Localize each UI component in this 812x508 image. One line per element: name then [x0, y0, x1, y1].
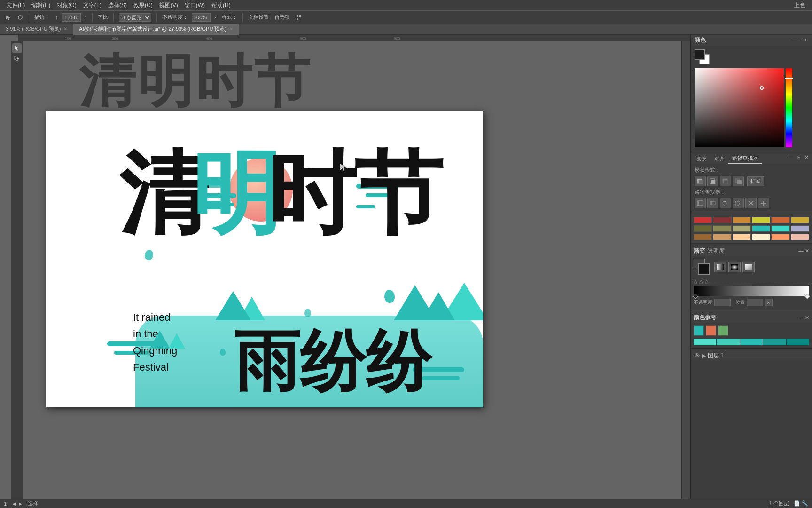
menu-select[interactable]: 选择(S) — [105, 0, 130, 10]
shape-expand-btn[interactable]: 扩展 — [747, 176, 764, 186]
swatch-teal[interactable] — [752, 225, 770, 232]
swatch-2-6[interactable] — [791, 225, 809, 232]
swatch-3-3[interactable] — [733, 234, 751, 240]
pf-panel-min[interactable]: — — [787, 154, 795, 160]
swatch-3-1[interactable] — [694, 234, 712, 240]
swatch-2-2[interactable] — [713, 225, 731, 232]
cr-3[interactable] — [740, 339, 763, 345]
grad-fg-swatch[interactable] — [694, 259, 712, 276]
pf-tab-align[interactable]: 对齐 — [710, 154, 728, 164]
doc-settings-btn[interactable]: 文档设置 — [246, 13, 271, 22]
menu-window[interactable]: 窗口(W) — [182, 0, 208, 10]
pf-btn-3[interactable] — [720, 198, 731, 208]
swatch-3-6[interactable] — [791, 234, 809, 240]
shape-btn-4[interactable] — [733, 176, 744, 186]
grad-type-linear[interactable] — [714, 262, 726, 272]
swatch-3-5[interactable] — [771, 234, 789, 240]
pf-btn-1[interactable] — [695, 198, 706, 208]
status-icons[interactable]: 📄 🔧 — [794, 500, 808, 507]
swatch-darkorange[interactable] — [771, 217, 789, 223]
pf-btn-4[interactable] — [733, 198, 744, 208]
swatch-orange[interactable] — [733, 217, 751, 223]
grad-opacity-input[interactable] — [714, 299, 731, 306]
tool-icon[interactable] — [3, 13, 13, 22]
gradient-panel-min[interactable]: — — [798, 248, 804, 254]
swatch-red[interactable] — [694, 217, 712, 223]
pf-tab-transform[interactable]: 变换 — [693, 154, 710, 164]
brush-tool-icon[interactable] — [15, 13, 25, 22]
grad-type-freeform[interactable] — [742, 262, 755, 272]
grad-location-input[interactable] — [747, 299, 763, 306]
shape-btn-1[interactable] — [695, 176, 706, 186]
menu-object[interactable]: 对象(O) — [54, 0, 79, 10]
swatch-2-1[interactable] — [694, 225, 712, 232]
svg-rect-16 — [711, 180, 715, 184]
tab-preview[interactable]: 3.91% (RGB/GPU 预览) ✕ — [0, 24, 73, 35]
shape-btn-2[interactable] — [707, 176, 718, 186]
tab-preview-close[interactable]: ✕ — [63, 26, 67, 32]
pf-btn-5[interactable] — [745, 198, 757, 208]
color-ref-orange[interactable] — [706, 325, 716, 336]
color-panel-close[interactable]: ✕ — [801, 37, 808, 44]
opacity-input[interactable] — [192, 13, 211, 22]
menu-text[interactable]: 文字(T) — [80, 0, 104, 10]
swatch-darkred[interactable] — [713, 217, 731, 223]
color-ref-min[interactable]: — — [798, 315, 804, 321]
tab-main[interactable]: AI教程-清明时节觉字体版式设计.ai* @ 27.93% (RGB/GPU 预… — [73, 24, 239, 35]
shape-btn-3[interactable] — [720, 176, 731, 186]
preferences-btn[interactable]: 首选项 — [273, 13, 292, 22]
stroke-value-input[interactable] — [62, 13, 81, 22]
swatch-2-3[interactable] — [733, 225, 751, 232]
spectrum-cursor — [760, 86, 764, 90]
color-spectrum[interactable] — [695, 68, 784, 147]
tab-main-close[interactable]: ✕ — [229, 26, 233, 32]
points-label: 3 点圆形 — [117, 12, 153, 23]
pf-btn-2[interactable] — [707, 198, 718, 208]
menu-view[interactable]: 视图(V) — [156, 0, 181, 10]
menu-effects[interactable]: 效果(C) — [131, 0, 156, 10]
color-panel-min[interactable]: — — [791, 37, 799, 44]
cr-4[interactable] — [763, 339, 786, 345]
menu-help[interactable]: 帮助(H) — [209, 0, 234, 10]
points-select[interactable]: 3 点圆形 — [119, 13, 151, 22]
grad-delete-btn[interactable]: ✕ — [765, 299, 773, 306]
layers-eye-icon[interactable]: 👁 — [694, 352, 700, 359]
pf-btn-6[interactable] — [758, 198, 769, 208]
color-ref-teal[interactable] — [694, 325, 704, 336]
artboard: 清 明 时节 雨纷纷 It rained in the Qingming Fes… — [46, 111, 483, 407]
layers-arrow-icon[interactable]: ▶ — [702, 353, 706, 359]
gradient-panel-close[interactable]: ✕ — [805, 248, 809, 254]
pf-panel-close[interactable]: ✕ — [803, 154, 810, 160]
tab-bar: 3.91% (RGB/GPU 预览) ✕ AI教程-清明时节觉字体版式设计.ai… — [0, 24, 812, 35]
cr-5[interactable] — [787, 339, 809, 345]
toolbar: 描边： ↑ ↑ 等比 3 点圆形 不透明度： › 样式： 文档设置 首选项 — [0, 10, 812, 24]
pathfinder-body: 形状模式： 扩展 路径查找器： — [691, 164, 812, 212]
fg-color-swatch[interactable] — [695, 49, 705, 60]
color-ref-close[interactable]: ✕ — [805, 315, 809, 321]
swatch-teal2[interactable] — [771, 225, 789, 232]
color-panel-body — [691, 46, 812, 151]
swatch-3-2[interactable] — [713, 234, 731, 240]
pf-tab-pathfinder[interactable]: 路径查找器 — [728, 153, 762, 164]
english-line1: It rained — [133, 309, 177, 325]
swatch-3-4[interactable] — [752, 234, 770, 240]
cr-1[interactable] — [694, 339, 716, 345]
status-page-nav[interactable]: ◄ ► — [11, 501, 23, 507]
color-hue-bar[interactable] — [786, 68, 792, 147]
cr-2[interactable] — [717, 339, 739, 345]
arrange-btn[interactable] — [294, 13, 304, 22]
menu-edit[interactable]: 编辑(E) — [29, 0, 53, 10]
right-panels: 颜色 — ✕ — [690, 35, 812, 499]
color-ref-green[interactable] — [718, 325, 728, 336]
droplet-1 — [144, 249, 154, 261]
gradient-bar[interactable] — [694, 286, 809, 296]
pf-panel-arrow[interactable]: » — [796, 154, 802, 160]
menu-file[interactable]: 文件(F) — [4, 0, 28, 10]
swatch-gold[interactable] — [791, 217, 809, 223]
grad-type-radial[interactable] — [728, 262, 741, 272]
tool-direct-select[interactable] — [12, 54, 22, 63]
svg-rect-1 — [297, 15, 298, 17]
tool-select[interactable] — [12, 43, 22, 53]
color-panel-header[interactable]: 颜色 — ✕ — [691, 35, 812, 46]
swatch-yellow[interactable] — [752, 217, 770, 223]
